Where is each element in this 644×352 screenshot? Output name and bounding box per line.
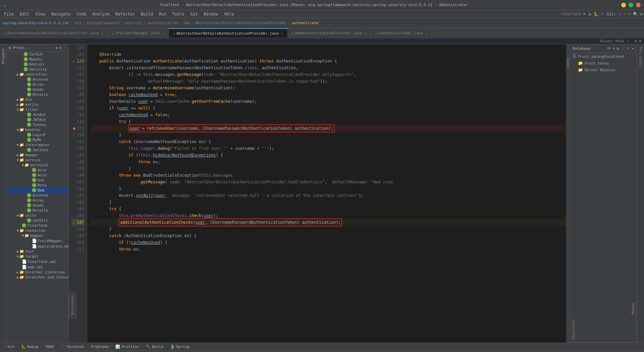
tree-item-controller[interactable]: ▶ 📁 controller: [7, 72, 68, 77]
tab-dao-auth-provider[interactable]: ☕ DaoAuthenticationProvider.java ✕: [288, 28, 371, 38]
tab-provider-manager[interactable]: ☕ ProviderManager.java ✕: [108, 28, 169, 38]
menu-window[interactable]: Window: [201, 11, 221, 17]
db-item-fruit-sales-db[interactable]: 📁 fruit_sales: [570, 60, 637, 67]
database-close-icon[interactable]: ✕: [632, 46, 634, 51]
tree-item-resources[interactable]: ▼ 📁 resources: [7, 228, 68, 233]
close-button[interactable]: [636, 3, 641, 7]
tree-item-retaile2[interactable]: 🟢 Retaile: [7, 208, 68, 213]
menu-build[interactable]: Build: [138, 11, 156, 17]
tree-item-handler[interactable]: ▼ 📁 handler: [7, 127, 68, 132]
tree-item-use-selected[interactable]: 🟢 Use: [7, 188, 68, 193]
sidebar-options-icon[interactable]: ⋮: [63, 46, 66, 50]
reader-mode-label: Reader Mode: [600, 39, 625, 43]
db-item-fruit-sales-server[interactable]: 🗄 fruit_sales@localhost: [570, 53, 637, 60]
tree-item-tokens[interactable]: 🟢 Tokens: [7, 122, 68, 127]
code-line-150: if (!cacheWasUsed) {: [90, 239, 566, 246]
tree-item-external-libs[interactable]: ▶ 📁 External Libraries: [7, 270, 68, 275]
tree-item-scratches[interactable]: ▶ 📁 Scratches and Consoles: [7, 275, 68, 280]
database-settings-icon[interactable]: ⚙: [617, 46, 619, 51]
menu-analyze[interactable]: Analyze: [90, 11, 112, 17]
tree-item-application-yml[interactable]: 📄 application.yml: [7, 244, 68, 249]
tree-item-myme[interactable]: 🟢 MyMe: [7, 137, 68, 142]
tree-item-loginf[interactable]: 🟢 LoginF: [7, 132, 68, 137]
tree-item-service[interactable]: ▼ 📁 service: [7, 158, 68, 163]
menu-code[interactable]: Code: [74, 11, 89, 17]
structure-tab[interactable]: Structure: [69, 292, 76, 318]
database-expand-icon[interactable]: ⤢: [627, 46, 630, 51]
tree-item-finaltask-xml[interactable]: 📄 finalTask.xml: [7, 259, 68, 264]
git-tab[interactable]: ⑂ Git: [1, 344, 17, 350]
spring-tab[interactable]: 🍃 Spring: [167, 344, 192, 350]
tree-item-accou2[interactable]: 🟢 Accou: [7, 198, 68, 203]
menu-git[interactable]: Git: [188, 11, 201, 17]
maximize-button[interactable]: [629, 3, 633, 7]
tree-item-filter[interactable]: ▼ 📁 filter: [7, 107, 68, 112]
tab-user-service-impl[interactable]: ☕ UserServiceImpl.java ✕: [371, 28, 432, 38]
tree-item-accesse[interactable]: 🟢 Accesse: [7, 77, 68, 82]
menu-edit[interactable]: Edit: [17, 11, 32, 17]
tab-abstract-user-details[interactable]: ☕ AbstractUserDetailsAuthenticationProvi…: [169, 28, 287, 38]
tree-item-mapper-resources[interactable]: ▼ 📁 mapper: [7, 233, 68, 238]
database-add-icon[interactable]: +: [612, 46, 615, 51]
db-item-server-objects[interactable]: 📁 Server Objects: [570, 67, 637, 73]
tree-item-accou[interactable]: 🟢 Accou: [7, 82, 68, 87]
favorites-tab[interactable]: Favorites: [570, 317, 637, 343]
menu-view[interactable]: View: [33, 11, 48, 17]
build-tab[interactable]: 🔨 Build: [143, 344, 166, 350]
menu-help[interactable]: Help: [222, 11, 237, 17]
menu-navigate[interactable]: Navigate: [49, 11, 73, 17]
tree-item-target[interactable]: ▼ 📁 target: [7, 254, 68, 259]
code-line-141: .getMessage( code: "AbstractUserDetailsA…: [90, 179, 566, 185]
problems-tab[interactable]: Problems: [88, 344, 111, 350]
vertical-scrollbar[interactable]: [566, 44, 570, 343]
tree-item-utils[interactable]: ▼ 📁 utils: [7, 213, 68, 218]
tree-item-mapper[interactable]: ▶ 📁 mapper: [7, 152, 68, 158]
tree-item-test[interactable]: ▶ 📁 test: [7, 249, 68, 254]
tree-item-servicei[interactable]: ▼ 📁 serviceI: [7, 163, 68, 168]
menu-run[interactable]: Run: [156, 11, 169, 17]
database-more-icon[interactable]: ⋮: [621, 46, 625, 51]
tree-item-goods2[interactable]: 🟢 Goods: [7, 203, 68, 208]
code-lines[interactable]: @Override public Authentication authenti…: [87, 44, 566, 343]
project-tab[interactable]: Project: [0, 47, 6, 65]
database-refresh-icon[interactable]: ⟳: [607, 46, 610, 51]
code-line-127: String username = determineUsername(auth…: [90, 85, 566, 91]
tree-item-retaile[interactable]: 🟢 Retaile: [7, 92, 68, 97]
tab-username-password-filter[interactable]: ☕ UsernamePasswordAuthenticationFilter.j…: [0, 28, 108, 38]
tree-item-dto[interactable]: ▶ 📁 dto: [7, 97, 68, 102]
menu-refactor[interactable]: Refactor: [113, 11, 138, 17]
tree-item-jwtaut2[interactable]: 🟢 JWTAut: [7, 117, 68, 122]
sidebar: ⊞ Proje... ⚙ ≡ ⋮ 🟢 CorSLO 🟢 Mybati 🟢 Red…: [7, 44, 69, 343]
todo-tab[interactable]: TODO: [42, 344, 57, 350]
tree-item-jwtutil[interactable]: 🟢 JwtUtil: [7, 218, 68, 223]
tree-item-entity[interactable]: ▶ 📁 entity: [7, 102, 68, 107]
minimize-button[interactable]: [621, 3, 626, 7]
tree-item-acce[interactable]: 🟢 Acce: [7, 168, 68, 173]
tree-item-finaltask[interactable]: 🟢 FinalTask: [7, 223, 68, 228]
tree-item-jwtaut[interactable]: 🟢 JwtAut: [7, 112, 68, 117]
sidebar-collapse-icon[interactable]: ≡: [59, 46, 61, 50]
terminal-tab[interactable]: ⬛ Terminal: [58, 344, 87, 350]
tree-item-security[interactable]: 🟢 Security: [7, 67, 68, 72]
tree-item-goo[interactable]: 🟢 Goo: [7, 178, 68, 183]
maven-tab[interactable]: Maven: [630, 300, 637, 317]
tree-item-reta[interactable]: 🟢 Reta: [7, 183, 68, 188]
tree-item-acco[interactable]: 🟢 Acco: [7, 173, 68, 178]
tree-item-fruitmapper[interactable]: 📄 FruitMapper.: [7, 238, 68, 244]
code-scroll[interactable]: 121 122 ⚠123 124 125 126 127 128 129 130…: [69, 44, 570, 343]
tree-item-rediscr[interactable]: 🟢 RedisCr: [7, 62, 68, 67]
menu-tools[interactable]: Tools: [170, 11, 187, 17]
tree-item-jwtinte[interactable]: 🟢 JwtInte: [7, 147, 68, 152]
tree-item-corslo[interactable]: 🟢 CorSLO: [7, 52, 68, 57]
tree-item-mybati[interactable]: 🟢 Mybati: [7, 57, 68, 62]
sidebar-settings-icon[interactable]: ⚙: [56, 46, 58, 50]
status-bar: All files are up-to-date (today 20:33) 1…: [0, 351, 644, 352]
menu-file[interactable]: File: [1, 11, 16, 17]
tree-item-pom-xml[interactable]: 📄 pom.xml: [7, 264, 68, 270]
tree-item-interceptor[interactable]: ▼ 📁 interceptor: [7, 142, 68, 147]
profiler-tab[interactable]: 📊 Profiler: [113, 344, 142, 350]
tree-item-goods[interactable]: 🟢 Goods: [7, 87, 68, 92]
tree-item-accesse2[interactable]: 🟢 Accesse: [7, 193, 68, 198]
event-log-tab[interactable]: Event Log: [637, 44, 644, 70]
debug-tab[interactable]: 🐛 Debug: [18, 344, 41, 350]
